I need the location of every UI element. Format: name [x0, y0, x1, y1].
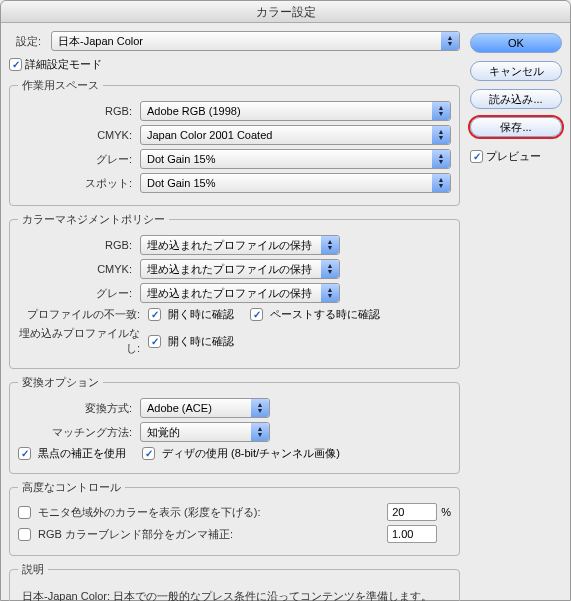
description-group: 説明 日本-Japan Color: 日本での一般的なプレス条件に沿ってコンテン…: [9, 562, 460, 601]
workspace-group: 作業用スペース RGB:Adobe RGB (1998)▲▼ CMYK:Japa…: [9, 78, 460, 206]
dither-checkbox[interactable]: [142, 447, 155, 460]
desat-label: モニタ色域外のカラーを表示 (彩度を下げる):: [38, 505, 383, 520]
blackpoint-checkbox[interactable]: [18, 447, 31, 460]
pol-gray-label: グレー:: [18, 286, 136, 301]
mismatch-open-label: 開く時に確認: [168, 307, 234, 322]
settings-select[interactable]: 日本-Japan Color ▲▼: [51, 31, 460, 51]
updown-icon: ▲▼: [251, 399, 269, 417]
workspace-legend: 作業用スペース: [18, 78, 103, 93]
conv-intent-label: マッチング方法:: [18, 425, 136, 440]
conv-engine-label: 変換方式:: [18, 401, 136, 416]
cancel-button[interactable]: キャンセル: [470, 61, 562, 81]
updown-icon: ▲▼: [321, 284, 339, 302]
missing-open-checkbox[interactable]: [148, 335, 161, 348]
ws-gray-label: グレー:: [18, 152, 136, 167]
advanced-controls-group: 高度なコントロール モニタ色域外のカラーを表示 (彩度を下げる): % RGB …: [9, 480, 460, 556]
desat-input[interactable]: [387, 503, 437, 521]
pol-cmyk-label: CMYK:: [18, 263, 136, 275]
updown-icon: ▲▼: [432, 126, 450, 144]
ws-spot-label: スポット:: [18, 176, 136, 191]
description-text: 日本-Japan Color: 日本での一般的なプレス条件に沿ってコンテンツを準…: [18, 585, 451, 601]
updown-icon: ▲▼: [321, 260, 339, 278]
load-button[interactable]: 読み込み...: [470, 89, 562, 109]
ws-cmyk-label: CMYK:: [18, 129, 136, 141]
updown-icon: ▲▼: [321, 236, 339, 254]
conv-intent-select[interactable]: 知覚的▲▼: [140, 422, 270, 442]
mismatch-paste-label: ペーストする時に確認: [270, 307, 380, 322]
advanced-mode-checkbox[interactable]: [9, 58, 22, 71]
window-title: カラー設定: [1, 1, 570, 23]
settings-label: 設定:: [9, 34, 45, 49]
mismatch-paste-checkbox[interactable]: [250, 308, 263, 321]
ws-spot-select[interactable]: Dot Gain 15%▲▼: [140, 173, 451, 193]
ws-rgb-select[interactable]: Adobe RGB (1998)▲▼: [140, 101, 451, 121]
pol-rgb-label: RGB:: [18, 239, 136, 251]
preview-label: プレビュー: [486, 149, 541, 164]
updown-icon: ▲▼: [432, 102, 450, 120]
pol-gray-select[interactable]: 埋め込まれたプロファイルの保持▲▼: [140, 283, 340, 303]
ws-rgb-label: RGB:: [18, 105, 136, 117]
convert-group: 変換オプション 変換方式:Adobe (ACE)▲▼ マッチング方法:知覚的▲▼…: [9, 375, 460, 474]
desat-checkbox[interactable]: [18, 506, 31, 519]
updown-icon: ▲▼: [432, 174, 450, 192]
dither-label: ディザの使用 (8-bit/チャンネル画像): [162, 446, 340, 461]
updown-icon: ▲▼: [251, 423, 269, 441]
missing-open-label: 開く時に確認: [168, 334, 234, 349]
save-button[interactable]: 保存...: [470, 117, 562, 137]
updown-icon: ▲▼: [441, 32, 459, 50]
advanced-mode-label: 詳細設定モード: [25, 57, 102, 72]
color-settings-window: カラー設定 設定: 日本-Japan Color ▲▼ 詳細設定モード 作業用ス…: [0, 0, 571, 601]
pol-rgb-select[interactable]: 埋め込まれたプロファイルの保持▲▼: [140, 235, 340, 255]
ok-button[interactable]: OK: [470, 33, 562, 53]
desat-unit: %: [441, 506, 451, 518]
description-legend: 説明: [18, 562, 48, 577]
ws-cmyk-select[interactable]: Japan Color 2001 Coated▲▼: [140, 125, 451, 145]
advctrl-legend: 高度なコントロール: [18, 480, 125, 495]
blend-checkbox[interactable]: [18, 528, 31, 541]
blend-input[interactable]: [387, 525, 437, 543]
ws-gray-select[interactable]: Dot Gain 15%▲▼: [140, 149, 451, 169]
policy-legend: カラーマネジメントポリシー: [18, 212, 169, 227]
pol-missing-label: 埋め込みプロファイルなし:: [18, 326, 144, 356]
blend-label: RGB カラーブレンド部分をガンマ補正:: [38, 527, 383, 542]
convert-legend: 変換オプション: [18, 375, 103, 390]
preview-checkbox[interactable]: [470, 150, 483, 163]
mismatch-open-checkbox[interactable]: [148, 308, 161, 321]
policy-group: カラーマネジメントポリシー RGB:埋め込まれたプロファイルの保持▲▼ CMYK…: [9, 212, 460, 369]
conv-engine-select[interactable]: Adobe (ACE)▲▼: [140, 398, 270, 418]
pol-mismatch-label: プロファイルの不一致:: [18, 307, 144, 322]
updown-icon: ▲▼: [432, 150, 450, 168]
blackpoint-label: 黒点の補正を使用: [38, 446, 126, 461]
settings-value: 日本-Japan Color: [58, 34, 143, 49]
pol-cmyk-select[interactable]: 埋め込まれたプロファイルの保持▲▼: [140, 259, 340, 279]
